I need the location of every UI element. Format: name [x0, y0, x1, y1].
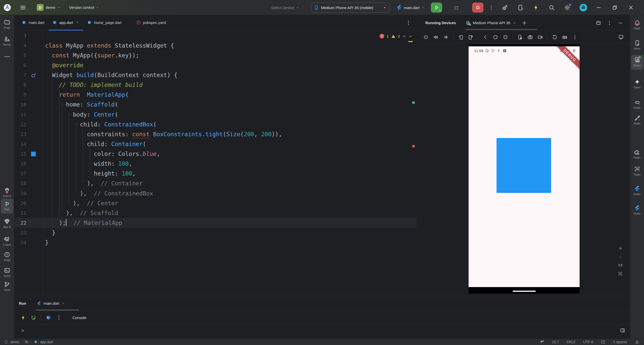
line-number[interactable]: 11 — [14, 112, 26, 118]
zoom-out-icon[interactable] — [618, 255, 622, 259]
rotate-right-icon[interactable] — [468, 34, 474, 40]
split-console-icon[interactable] — [620, 328, 625, 333]
sidebar-item-version-control[interactable]: Versi — [0, 281, 14, 291]
sidebar-item-resources[interactable]: Resou — [0, 36, 14, 46]
code-line[interactable]: 16 width: 100, — [14, 159, 416, 169]
inspection-widget[interactable]: ! 1 2 — [380, 34, 412, 39]
kebab-icon[interactable] — [572, 34, 578, 40]
line-number[interactable]: 21 — [14, 210, 26, 216]
caret-position[interactable]: 22:7 — [552, 340, 559, 344]
code-line[interactable]: 11 body: Center( — [14, 110, 416, 119]
line-number[interactable]: 10 — [14, 101, 26, 108]
profiler-icon[interactable] — [502, 4, 508, 11]
sidebar-item-flutter-tools[interactable]: Flutte — [630, 115, 644, 125]
run-button[interactable] — [431, 3, 442, 13]
device-mirror-icon[interactable] — [517, 4, 524, 11]
project-selector[interactable]: demo — [46, 5, 61, 10]
hot-restart-icon[interactable] — [31, 315, 36, 321]
display-mode-icon[interactable] — [618, 34, 624, 40]
next-problem-icon[interactable] — [408, 34, 412, 38]
code-line[interactable]: 23 } — [14, 228, 416, 238]
code-editor[interactable]: 34class MyApp extends StatelessWidget {5… — [14, 31, 416, 296]
layout-icon[interactable] — [596, 20, 601, 26]
sidebar-item-app-quality[interactable]: App Q — [0, 218, 14, 228]
breadcrumb-item[interactable]: lib — [25, 340, 28, 344]
tab-pubspec.yaml[interactable]: pubspec.yaml — [132, 15, 170, 30]
overview-icon[interactable] — [503, 34, 508, 40]
editor-tab-options-icon[interactable] — [405, 20, 411, 26]
code-line[interactable]: 14 child: Container( — [14, 139, 416, 149]
file-encoding[interactable]: UTF-8 — [583, 340, 593, 344]
stop-button[interactable] — [472, 3, 483, 13]
project-badge[interactable]: D — [37, 4, 44, 11]
code-line[interactable]: 5 const MyApp({super.key}); — [14, 50, 416, 60]
line-number[interactable]: 15 — [14, 151, 26, 157]
power-icon[interactable] — [423, 34, 429, 40]
emulator-screen[interactable]: 11:59 3G DEBUG — [469, 46, 580, 287]
debug-icon[interactable] — [453, 4, 460, 11]
sidebar-item-gemini[interactable]: Gemi — [630, 79, 644, 89]
sidebar-item-run[interactable]: Run — [0, 200, 14, 211]
line-number[interactable]: 8 — [14, 82, 26, 88]
line-number[interactable]: 17 — [14, 170, 26, 177]
sidebar-item-flutter-attach[interactable]: Flutte — [630, 99, 644, 109]
sidebar-item-flutter-performance[interactable]: Flutte — [630, 205, 644, 215]
line-number[interactable]: 6 — [14, 62, 26, 68]
sidebar-item-terminal[interactable]: Termi — [0, 267, 14, 278]
kebab-icon[interactable] — [607, 20, 612, 26]
readonly-toggle-icon[interactable] — [635, 340, 639, 344]
hot-reload-icon[interactable] — [20, 315, 26, 321]
code-line[interactable]: 21 ), // Scaffold — [14, 208, 416, 218]
sidebar-item-running-devices[interactable]: Runni — [630, 57, 644, 67]
line-number[interactable]: 3 — [14, 33, 26, 39]
close-icon[interactable] — [76, 21, 79, 24]
breadcrumb[interactable]: demo›lib›app.dart — [4, 340, 53, 344]
override-icon[interactable] — [31, 72, 37, 78]
code-line[interactable]: 24} — [14, 238, 416, 248]
line-number[interactable]: 18 — [14, 180, 26, 186]
device-selector[interactable]: Medium Phone API 35 (mobile) — [311, 3, 390, 13]
stripe-mark-green[interactable] — [412, 101, 415, 104]
line-number[interactable]: 7 — [14, 72, 26, 78]
line-number[interactable]: 22 — [14, 220, 26, 226]
console-label[interactable]: Console — [72, 316, 86, 320]
sidebar-item-notifications[interactable]: Notifi — [630, 20, 644, 30]
sidebar-item-device-manager[interactable]: Devic — [630, 40, 644, 50]
back-icon[interactable] — [482, 34, 488, 40]
search-icon[interactable] — [548, 4, 555, 11]
phone-home-indicator[interactable] — [513, 291, 536, 292]
color-swatch[interactable] — [31, 152, 36, 156]
device-tab[interactable]: Medium Phone API 35 — [466, 20, 516, 25]
screen-record-icon[interactable] — [537, 34, 543, 40]
code-line[interactable]: 13 constraints: const BoxConstraints.tig… — [14, 129, 416, 139]
line-separator[interactable]: CRLF — [566, 340, 576, 344]
code-line[interactable]: 7 Widget build(BuildContext context) { — [14, 70, 416, 80]
run-configuration[interactable]: main.dart — [396, 5, 425, 11]
close-icon[interactable] — [62, 302, 65, 305]
dart-app-icon[interactable] — [46, 315, 52, 321]
zoom-fit-icon[interactable] — [618, 271, 623, 276]
code-line[interactable]: 3 — [14, 31, 416, 41]
sidebar-item-flutter-inspector[interactable]: Flutte — [630, 166, 644, 176]
line-number[interactable]: 4 — [14, 43, 26, 49]
indent-setting[interactable]: 2 spaces — [613, 340, 627, 344]
code-line[interactable]: 10 home: Scaffold( — [14, 100, 416, 110]
line-number[interactable]: 12 — [14, 121, 26, 127]
sidebar-item-more-tools[interactable] — [0, 53, 14, 61]
zoom-reset-button[interactable]: 1:1 — [618, 263, 622, 267]
code-line[interactable]: 20 ), // Center — [14, 198, 416, 208]
sidebar-item-logcat[interactable]: Logca — [0, 236, 14, 246]
minimize-icon[interactable] — [618, 20, 623, 26]
code-line[interactable]: 4class MyApp extends StatelessWidget { — [14, 41, 416, 50]
sidebar-item-flutter-extension[interactable]: Flutte — [630, 149, 644, 159]
select-device-dropdown[interactable]: Select Device — [271, 6, 299, 10]
run-tab[interactable]: main.dart — [37, 301, 65, 306]
tab-main.dart[interactable]: main.dart — [18, 15, 49, 30]
volume-up-icon[interactable] — [433, 34, 439, 40]
kebab-icon[interactable] — [56, 315, 62, 321]
lightning-icon[interactable] — [533, 4, 539, 11]
avatar[interactable] — [580, 4, 587, 11]
screenshot-icon[interactable] — [527, 34, 533, 40]
code-line[interactable]: 19 ), // ConstrainedBox — [14, 188, 416, 198]
close-icon[interactable] — [628, 5, 634, 11]
